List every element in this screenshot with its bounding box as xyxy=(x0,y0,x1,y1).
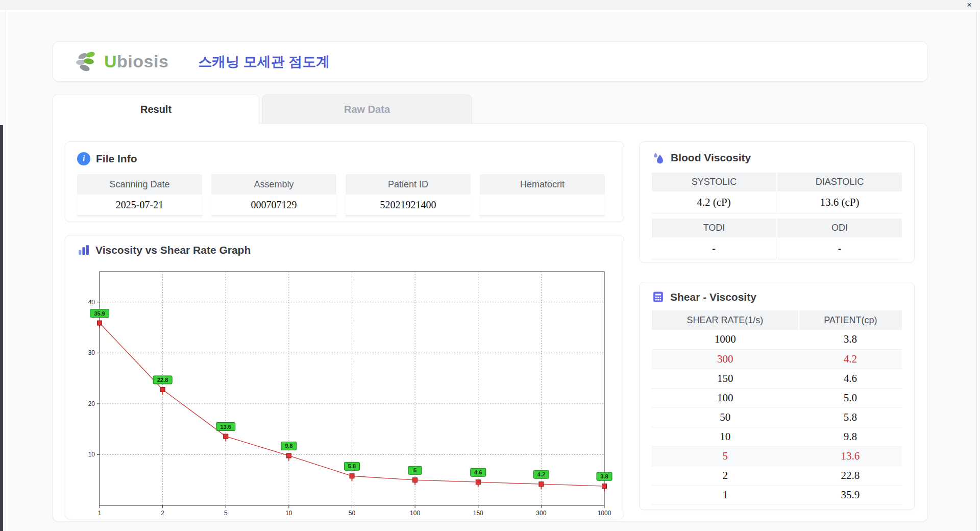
blood-viscosity-title: Blood Viscosity xyxy=(671,152,751,164)
patient-cell: 3.8 xyxy=(799,330,902,349)
graph-title-row: Viscosity vs Shear Rate Graph xyxy=(77,244,612,256)
svg-text:150: 150 xyxy=(473,510,483,517)
bar-chart-icon xyxy=(77,244,90,256)
field-label: Assembly xyxy=(211,174,336,195)
diastolic-header: DIASTOLIC xyxy=(777,173,902,191)
svg-text:3.8: 3.8 xyxy=(600,473,608,479)
svg-text:4.2: 4.2 xyxy=(537,471,545,477)
svg-text:30: 30 xyxy=(88,349,95,356)
shear-table-row: 1504.6 xyxy=(652,369,902,388)
todi-header: TODI xyxy=(652,219,776,237)
blood-viscosity-title-row: Blood Viscosity xyxy=(652,151,902,164)
shear-table-row: 109.8 xyxy=(652,427,902,446)
ubiosis-logo: Ubiosis xyxy=(75,51,168,73)
file-info-field: Scanning Date2025-07-21 xyxy=(77,174,202,216)
shear-rate-column-header: SHEAR RATE(1/s) xyxy=(652,310,799,330)
svg-text:10: 10 xyxy=(285,510,292,517)
shear-table-header-row: SHEAR RATE(1/s) PATIENT(cp) xyxy=(652,310,902,330)
svg-text:22.8: 22.8 xyxy=(157,377,168,383)
field-label: Scanning Date xyxy=(77,174,202,195)
field-value: 2025-07-21 xyxy=(77,195,202,216)
shear-viscosity-title-row: Shear - Viscosity xyxy=(652,291,902,303)
patient-column-header: PATIENT(cp) xyxy=(799,310,902,330)
svg-text:5: 5 xyxy=(413,467,416,473)
shear-rate-cell: 1000 xyxy=(652,330,799,349)
field-value: 000707129 xyxy=(211,195,336,216)
graph-card: Viscosity vs Shear Rate Graph 1020304012… xyxy=(65,235,624,519)
shear-table-row: 222.8 xyxy=(652,466,902,485)
logo-text-u: U xyxy=(104,52,117,71)
odi-value: - xyxy=(777,237,902,259)
systolic-header: SYSTOLIC xyxy=(652,173,776,191)
systolic-value: 4.2 (cP) xyxy=(652,191,776,213)
info-icon: i xyxy=(77,152,90,165)
svg-text:13.6: 13.6 xyxy=(220,424,231,430)
shear-viscosity-title: Shear - Viscosity xyxy=(670,291,756,303)
shear-table-row: 135.9 xyxy=(652,485,902,504)
svg-text:5.8: 5.8 xyxy=(348,463,356,469)
shear-rate-cell: 150 xyxy=(652,369,799,388)
tab-result[interactable]: Result xyxy=(53,94,259,124)
viscosity-chart-svg: 102030401251050100150300100035.922.813.6… xyxy=(77,260,613,520)
leaf-cluster-icon xyxy=(75,51,100,73)
svg-text:1: 1 xyxy=(98,510,102,517)
shear-table-row: 505.8 xyxy=(652,407,902,427)
svg-text:4.6: 4.6 xyxy=(474,469,482,475)
svg-text:10: 10 xyxy=(88,451,95,458)
shear-viscosity-card: Shear - Viscosity SHEAR RATE(1/s) PATIEN… xyxy=(639,282,915,510)
shear-table-row: 1005.0 xyxy=(652,388,902,407)
blood-viscosity-grid: SYSTOLIC DIASTOLIC 4.2 (cP) 13.6 (cP) TO… xyxy=(652,173,902,259)
svg-text:2: 2 xyxy=(161,510,164,517)
header-card: Ubiosis 스캐닝 모세관 점도계 xyxy=(53,41,928,82)
file-info-card: i File Info Scanning Date2025-07-21Assem… xyxy=(65,141,624,222)
file-info-field: Assembly000707129 xyxy=(211,174,336,216)
patient-cell: 5.8 xyxy=(799,407,902,427)
window-titlebar: × xyxy=(0,0,980,10)
file-info-fields: Scanning Date2025-07-21Assembly000707129… xyxy=(77,174,612,216)
field-label: Hematocrit xyxy=(480,174,605,195)
patient-cell: 5.0 xyxy=(799,388,902,407)
svg-text:50: 50 xyxy=(349,510,356,517)
calculator-icon xyxy=(652,291,665,303)
shear-rate-cell: 10 xyxy=(652,427,799,446)
logo-text: Ubiosis xyxy=(104,52,168,71)
shear-viscosity-table: SHEAR RATE(1/s) PATIENT(cp) 10003.83004.… xyxy=(652,310,902,505)
field-value: 52021921400 xyxy=(346,195,471,216)
droplet-icon xyxy=(652,151,665,164)
patient-cell: 4.2 xyxy=(799,349,902,369)
diastolic-value: 13.6 (cP) xyxy=(777,191,902,213)
window-close-button[interactable]: × xyxy=(964,0,975,10)
shear-rate-cell: 5 xyxy=(652,446,799,466)
svg-text:1000: 1000 xyxy=(598,510,611,517)
odi-header: ODI xyxy=(777,219,902,237)
background-window-edge xyxy=(0,125,3,531)
viscosity-chart: 102030401251050100150300100035.922.813.6… xyxy=(77,260,612,522)
main-panel: i File Info Scanning Date2025-07-21Assem… xyxy=(53,123,928,522)
shear-rate-cell: 50 xyxy=(652,407,799,427)
graph-title: Viscosity vs Shear Rate Graph xyxy=(95,244,251,256)
app-title: 스캐닝 모세관 점도계 xyxy=(198,53,330,71)
svg-text:9.8: 9.8 xyxy=(285,443,292,449)
file-info-title-row: i File Info xyxy=(77,152,612,165)
file-info-field: Patient ID52021921400 xyxy=(346,174,471,216)
patient-cell: 35.9 xyxy=(799,485,902,504)
logo-text-rest: biosis xyxy=(117,52,168,71)
patient-cell: 9.8 xyxy=(799,427,902,446)
file-info-field: Hematocrit xyxy=(480,174,605,216)
svg-text:5: 5 xyxy=(224,510,228,517)
svg-text:40: 40 xyxy=(88,299,95,306)
file-info-title: File Info xyxy=(96,153,137,165)
svg-text:35.9: 35.9 xyxy=(94,310,105,317)
shear-rate-cell: 100 xyxy=(652,388,799,407)
todi-value: - xyxy=(652,237,776,259)
svg-text:20: 20 xyxy=(88,400,95,407)
patient-cell: 22.8 xyxy=(799,466,902,485)
shear-rate-cell: 2 xyxy=(652,466,799,485)
tab-bar: Result Raw Data xyxy=(53,94,472,124)
tab-raw-data[interactable]: Raw Data xyxy=(262,94,472,124)
shear-rate-cell: 1 xyxy=(652,485,799,504)
shear-table-row: 10003.8 xyxy=(652,330,902,349)
svg-text:300: 300 xyxy=(536,510,546,517)
svg-text:100: 100 xyxy=(410,510,420,517)
shear-rate-cell: 300 xyxy=(652,349,799,369)
